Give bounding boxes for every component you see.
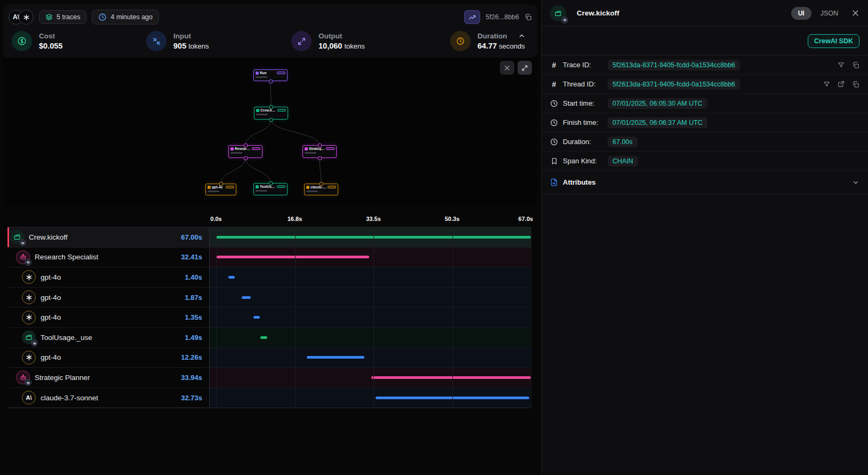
- span-title: Crew.kickoff: [577, 9, 785, 17]
- field-label: Duration:: [563, 138, 608, 146]
- metric-value: 905: [173, 42, 186, 50]
- waterfall: 0.0s16.8s33.5s50.3s67.0s Crew.kickoff 67…: [7, 208, 531, 408]
- metric-label: Input: [173, 32, 209, 40]
- column-divider: [209, 227, 210, 408]
- duration-bar[interactable]: [228, 276, 235, 279]
- node-connector: [269, 80, 273, 83]
- node-badge: [226, 186, 234, 188]
- metric-output: Output 10,060 tokens: [291, 31, 365, 51]
- node-connector: [320, 182, 323, 186]
- axis-tick: 33.5s: [366, 216, 381, 222]
- duration-bar[interactable]: [242, 296, 250, 299]
- trending-icon: [468, 13, 476, 21]
- field-label: Finish time:: [563, 118, 608, 126]
- duration-bar[interactable]: [217, 256, 369, 258]
- trace-graph[interactable]: Run Crew.kickoff Research Specialist Str…: [3, 58, 537, 205]
- span-duration: 33.94s: [181, 374, 202, 382]
- axis-tick: 50.3s: [445, 216, 460, 222]
- span-detail-panel: Crew.kickoff UI JSON CrewAI SDK # Trace …: [541, 0, 868, 475]
- metric-label: Output: [318, 32, 365, 40]
- node-subtext: [256, 76, 267, 78]
- node-connector: [318, 144, 322, 147]
- trace-header-top: A\ 5 traces 4 minutes ago 5f26...8bb6: [9, 7, 532, 27]
- external-link-icon[interactable]: [838, 81, 845, 88]
- tab-ui[interactable]: UI: [791, 7, 811, 20]
- field-value: 07/01/2025, 06:05:30 AM UTC: [608, 98, 707, 109]
- node-badge: [326, 147, 335, 150]
- axis-tick: 67.0s: [519, 216, 533, 222]
- field-value: 07/01/2025, 06:06:37 AM UTC: [608, 117, 707, 128]
- clock-icon: [450, 31, 471, 51]
- filter-icon[interactable]: [823, 81, 830, 88]
- span-name: ToolUsage._use: [41, 334, 92, 342]
- node-label: Strategic Planner: [309, 147, 325, 151]
- copy-icon[interactable]: [852, 61, 859, 69]
- field-row: Start time: 07/01/2025, 06:05:30 AM UTC: [541, 94, 868, 113]
- trace-metrics-button[interactable]: [464, 10, 480, 24]
- span-duration: 1.35s: [185, 313, 202, 321]
- field-row: Duration: 67.00s: [541, 132, 868, 152]
- traces-badge[interactable]: 5 traces: [39, 10, 86, 24]
- duration-bar[interactable]: [253, 316, 260, 319]
- node-badge: [277, 72, 285, 74]
- metrics-row: Cost $0.055 Input 905 tokens Output 10,0…: [9, 30, 532, 56]
- span-name: Crew.kickoff: [29, 233, 68, 241]
- field-value: 5f2613da-8371-9405-fcdd-0a1534cc8bb6: [608, 79, 740, 90]
- agentops-badge-icon: [561, 17, 568, 23]
- span-duration: 1.40s: [185, 273, 202, 281]
- bookmark-icon: [550, 157, 558, 165]
- attributes-section[interactable]: Attributes: [541, 171, 868, 194]
- waterfall-rows: Crew.kickoff 67.00s Research Specialist …: [7, 227, 531, 408]
- grid-line: [531, 227, 531, 408]
- metric-unit: tokens: [188, 42, 209, 50]
- span-duration: 1.49s: [185, 334, 202, 342]
- duration-bar[interactable]: [307, 356, 364, 359]
- span-name: gpt-4o: [41, 353, 61, 361]
- grid-line: [452, 227, 453, 408]
- node-connector: [269, 118, 273, 122]
- node-label: gpt-4o: [212, 185, 222, 189]
- span-duration: 32.73s: [181, 394, 202, 402]
- node-type-icon: [305, 147, 308, 151]
- agent-icon: [16, 370, 30, 384]
- main-content: A\ 5 traces 4 minutes ago 5f26...8bb6: [0, 0, 539, 475]
- copy-icon[interactable]: [852, 81, 859, 88]
- copy-trace-id-icon[interactable]: [524, 13, 532, 21]
- field-label: Trace ID:: [563, 61, 608, 69]
- metric-unit: tokens: [344, 42, 364, 50]
- tab-json[interactable]: JSON: [821, 10, 838, 17]
- clock-icon: [550, 118, 558, 127]
- span-fields: # Trace ID: 5f2613da-8371-9405-fcdd-0a15…: [541, 55, 868, 171]
- node-subtext: [230, 152, 242, 154]
- openai-icon: [22, 351, 36, 365]
- dollar-icon: [12, 31, 32, 51]
- span-name: Strategic Planner: [35, 374, 90, 382]
- arrows-out-icon: [291, 31, 312, 51]
- metric-input: Input 905 tokens: [146, 31, 209, 51]
- agentops-badge-icon: [31, 339, 38, 346]
- duration-bar[interactable]: [260, 336, 267, 339]
- node-badge: [277, 109, 286, 112]
- field-value: CHAIN: [608, 156, 638, 167]
- agent-icon: [16, 250, 30, 264]
- field-label: Thread ID:: [563, 80, 608, 88]
- field-label: Span Kind:: [563, 157, 608, 165]
- tool-icon: [22, 330, 36, 344]
- field-row: # Trace ID: 5f2613da-8371-9405-fcdd-0a15…: [541, 56, 868, 75]
- graph-close-button[interactable]: [500, 61, 514, 75]
- agentops-badge-icon: [25, 259, 31, 266]
- close-icon[interactable]: [851, 9, 859, 17]
- span-duration: 12.26s: [181, 353, 202, 361]
- clock-icon: [550, 99, 558, 108]
- hash-icon: #: [550, 61, 558, 69]
- filter-icon[interactable]: [838, 61, 845, 69]
- time-badge-label: 4 minutes ago: [110, 13, 153, 21]
- span-duration: 32.41s: [181, 253, 202, 261]
- chevron-up-icon[interactable]: [518, 32, 525, 39]
- graph-expand-button[interactable]: [517, 61, 532, 75]
- span-duration: 1.87s: [185, 294, 202, 302]
- metric-duration: Duration 64.77 seconds: [450, 31, 525, 51]
- duration-bar[interactable]: [371, 376, 531, 379]
- metric-label: Cost: [39, 32, 62, 40]
- node-badge: [328, 186, 336, 188]
